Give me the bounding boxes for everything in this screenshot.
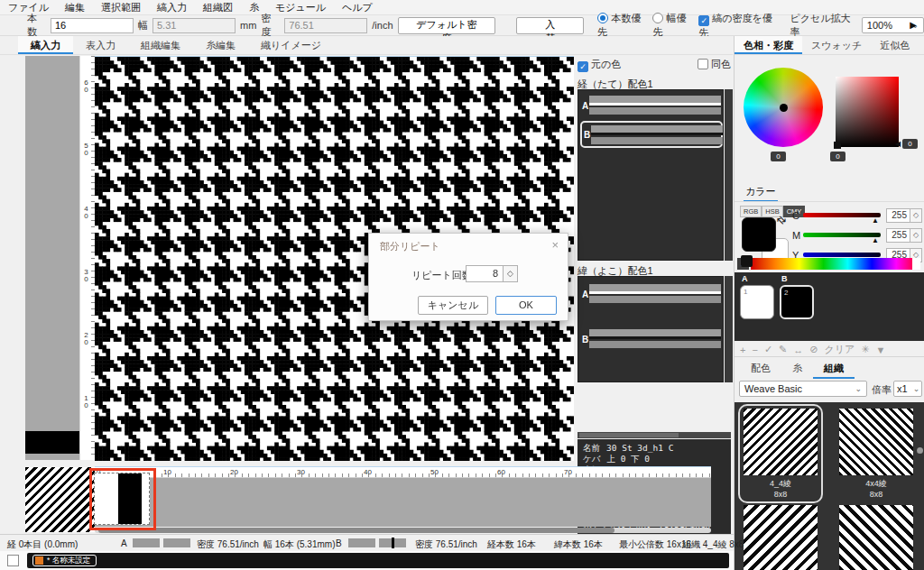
warp-list-scrollbar[interactable]	[725, 89, 733, 261]
color-wheel[interactable]	[744, 68, 823, 147]
pattern-4x4-twill[interactable]	[839, 409, 913, 475]
spinner-icon[interactable]: ◇	[504, 265, 518, 282]
ok-button[interactable]: OK	[495, 296, 557, 315]
tab-weave[interactable]: 組織	[813, 359, 855, 379]
horizontal-scrollbar[interactable]	[95, 528, 711, 533]
weft-color-row-a[interactable]: A	[580, 282, 723, 306]
clear-button[interactable]: クリア	[825, 343, 855, 356]
warp-color-strip[interactable]	[25, 56, 79, 460]
swap-icon[interactable]: ↔	[793, 345, 803, 355]
selected-stripe-black-bar	[118, 473, 142, 524]
apply-icon[interactable]: ✓	[764, 344, 772, 355]
row-a-label: A	[582, 101, 588, 111]
slider-handle-icon[interactable]: ▲	[872, 216, 879, 225]
channel-m-value[interactable]: 255	[886, 228, 910, 243]
weave-library-select[interactable]: Weave Basic⌄	[739, 381, 867, 397]
menu-selection[interactable]: 選択範囲	[93, 0, 149, 15]
tab-similar-colors[interactable]: 近似色	[871, 36, 919, 54]
ruler-label: 70	[564, 468, 572, 476]
document-checkbox[interactable]	[7, 555, 19, 566]
count-priority-radio[interactable]	[597, 13, 608, 23]
density-input	[284, 18, 367, 33]
chevron-down-icon: ⌄	[855, 384, 862, 393]
palette-swatch-2-selected[interactable]: 2	[780, 285, 814, 319]
pattern-twill-4[interactable]	[839, 505, 913, 570]
repeat-count-input[interactable]: 8	[466, 265, 504, 282]
menu-edit[interactable]: 編集	[57, 0, 93, 15]
saturation-value-square[interactable]	[836, 77, 899, 147]
channel-c-value[interactable]: 255	[886, 208, 910, 223]
palette-b-label: B	[781, 274, 788, 283]
tab-yarn-edit[interactable]: 糸編集	[193, 36, 248, 54]
tab-yarn[interactable]: 糸	[781, 359, 813, 379]
scale-label: 倍率	[872, 383, 892, 397]
spectrum-bar[interactable]	[751, 258, 920, 270]
tab-colorway[interactable]: 配色	[740, 359, 781, 379]
slider-handle-icon[interactable]: ▲	[872, 236, 879, 244]
info-panel-scrollbar[interactable]	[578, 432, 731, 438]
spinner-icon[interactable]: ◇	[910, 228, 922, 243]
warp-color-row-a[interactable]: A	[580, 94, 723, 117]
tab-woven-image[interactable]: 織りイメージ	[248, 36, 334, 54]
dropdown-icon[interactable]: ▼	[876, 345, 886, 355]
repeat-selection-highlight[interactable]	[89, 468, 156, 530]
asterisk-icon[interactable]: ✳	[861, 344, 869, 355]
tab-hue-saturation[interactable]: 色相・彩度	[735, 36, 802, 54]
color-wheel-cursor[interactable]	[780, 104, 788, 112]
weft-color-row-b[interactable]: B	[580, 327, 723, 351]
weave-preview-block[interactable]	[25, 467, 95, 532]
cancel-button[interactable]: キャンセル	[418, 296, 488, 315]
info-row: ケバ上 0 下 0	[583, 454, 725, 464]
scrollbar-thumb[interactable]	[98, 528, 614, 533]
pattern-4-4-twill[interactable]	[744, 409, 818, 475]
status-a-swatch-2	[163, 538, 190, 547]
document-tab-untitled[interactable]: * 名称未設定	[32, 555, 97, 566]
spinner-icon[interactable]: ◇	[910, 208, 922, 223]
sv-bottom-badge: 0	[830, 152, 845, 161]
scale-select[interactable]: x1⌄	[893, 381, 922, 397]
channel-y-slider[interactable]	[803, 253, 881, 257]
left-arrow-icon: ◀	[895, 140, 901, 148]
menu-help[interactable]: ヘルプ	[334, 0, 381, 15]
ruler-label: 20	[230, 468, 238, 476]
vertical-ruler: 605040302010	[79, 56, 95, 460]
library-scrollbar[interactable]	[917, 447, 923, 454]
swap-button[interactable]: 入替	[516, 17, 584, 34]
document-icon	[35, 556, 43, 565]
density-label: 密度	[261, 12, 280, 39]
warp-color-row-b[interactable]: B	[580, 121, 723, 148]
palette-swatch-1[interactable]: 1	[740, 285, 774, 319]
original-color-checkbox[interactable]: ✓	[578, 61, 588, 72]
close-icon[interactable]: ×	[551, 238, 559, 252]
color-section-tab[interactable]: カラー	[744, 185, 778, 202]
count-input[interactable]	[51, 18, 134, 33]
menu-stripe-input[interactable]: 縞入力	[149, 0, 195, 15]
divider	[735, 201, 924, 202]
channel-c-slider[interactable]	[803, 213, 881, 217]
edit-icon[interactable]: ✎	[779, 344, 787, 355]
tab-table-input[interactable]: 表入力	[73, 36, 128, 54]
disable-icon[interactable]: ⊘	[809, 344, 818, 355]
same-color-checkbox[interactable]	[698, 59, 708, 69]
stripe-density-checkbox[interactable]: ✓	[698, 15, 709, 26]
menu-bar: ファイル 編集 選択範囲 縞入力 組織図 糸 モジュール ヘルプ	[0, 0, 924, 15]
tab-swatches[interactable]: スウォッチ	[802, 36, 871, 54]
small-black-swatch[interactable]	[741, 255, 753, 267]
remove-icon[interactable]: −	[752, 345, 757, 355]
default-density-button[interactable]: デフォルト密度	[398, 17, 496, 34]
status-a-swatch-1	[133, 538, 160, 547]
foreground-color-swatch[interactable]	[742, 217, 776, 252]
width-priority-radio[interactable]	[652, 13, 663, 23]
toolbar-expand-icon[interactable]: ▶	[910, 20, 917, 30]
tab-weave-edit[interactable]: 組織編集	[128, 36, 193, 54]
weft-color-strip[interactable]	[95, 478, 711, 527]
tab-stripe-input[interactable]: 縞入力	[18, 36, 73, 54]
sv-cursor[interactable]	[834, 142, 841, 149]
pattern-twill-3[interactable]	[744, 505, 818, 570]
menu-weave-diagram[interactable]: 組織図	[195, 0, 241, 15]
channel-m-slider[interactable]	[803, 233, 881, 237]
status-bar: 経 0本目 (0.0mm) A 密度 76.51/inch 幅 16本 (5.3…	[0, 534, 734, 551]
add-icon[interactable]: +	[740, 345, 745, 355]
weft-list-scrollbar[interactable]	[725, 276, 733, 382]
repeat-count-label: リピート回数	[411, 269, 472, 282]
